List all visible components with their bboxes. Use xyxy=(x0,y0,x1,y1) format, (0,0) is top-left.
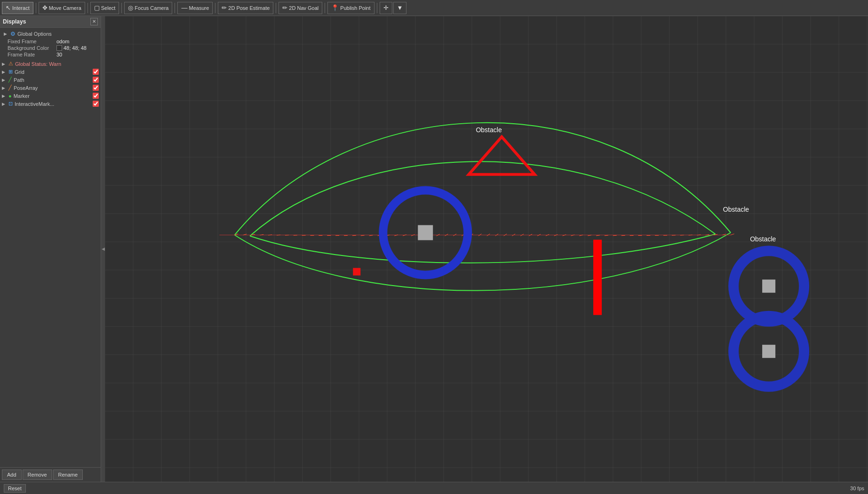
toolbar-sep-4 xyxy=(175,3,175,13)
toolbar-sep-8 xyxy=(377,3,377,13)
interactive-mark-label: InteractiveMark... xyxy=(15,101,91,107)
global-options-label: Global Options xyxy=(17,31,97,37)
path-item[interactable]: ▶ ╱ Path xyxy=(0,76,101,84)
rename-button[interactable]: Rename xyxy=(53,470,83,480)
background-color-value[interactable]: 48; 48; 48 xyxy=(56,45,87,51)
scene-canvas[interactable] xyxy=(105,16,868,482)
publish-point-icon: 📍 xyxy=(331,4,339,11)
focus-camera-label: Focus Camera xyxy=(135,5,168,11)
toolbar-sep-6 xyxy=(276,3,276,13)
frame-rate-value[interactable]: 30 xyxy=(56,52,62,57)
marker-label: Marker xyxy=(14,93,91,99)
crosshair-button[interactable]: ✛ xyxy=(380,2,392,14)
2d-nav-button[interactable]: ✏ 2D Nav Goal xyxy=(279,2,322,14)
frame-rate-label: Frame Rate xyxy=(8,52,55,57)
marker-arrow: ▶ xyxy=(2,94,7,98)
sidebar-content: ▶ ⚙ Global Options Fixed Frame odom Back… xyxy=(0,28,101,467)
interactive-mark-arrow: ▶ xyxy=(2,102,7,106)
publish-point-button[interactable]: 📍 Publish Point xyxy=(327,2,374,14)
global-status-arrow: ▶ xyxy=(2,62,7,66)
fixed-frame-row: Fixed Frame odom xyxy=(2,38,99,45)
toolbar-sep-1 xyxy=(36,3,36,13)
focus-camera-button[interactable]: ◎ Focus Camera xyxy=(124,2,172,14)
background-color-text: 48; 48; 48 xyxy=(64,45,87,51)
move-camera-button[interactable]: ✥ Move Camera xyxy=(39,2,85,14)
select-icon: ▢ xyxy=(94,4,100,11)
grid-label: Grid xyxy=(15,69,91,75)
crosshair-icon: ✛ xyxy=(383,4,389,11)
toolbar-sep-5 xyxy=(215,3,215,13)
remove-button[interactable]: Remove xyxy=(23,470,52,480)
path-checkbox[interactable] xyxy=(93,77,99,83)
canvas-area[interactable] xyxy=(105,16,868,482)
reset-button[interactable]: Reset xyxy=(4,484,26,493)
focus-camera-icon: ◎ xyxy=(128,4,133,11)
sidebar-buttons: Add Remove Rename xyxy=(0,467,101,482)
global-options-header[interactable]: ▶ ⚙ Global Options xyxy=(2,30,99,38)
toolbar-sep-2 xyxy=(88,3,88,13)
sidebar-header: Displays ✕ xyxy=(0,16,101,28)
measure-button[interactable]: — Measure xyxy=(177,2,213,14)
pose-array-arrow: ▶ xyxy=(2,86,7,90)
pose-array-item[interactable]: ▶ ╱ PoseArray xyxy=(0,84,101,92)
interact-button[interactable]: ↖ Interact xyxy=(2,2,33,14)
interactive-mark-item[interactable]: ▶ ⊡ InteractiveMark... xyxy=(0,100,101,108)
2d-pose-icon: ✏ xyxy=(222,4,227,11)
global-options-section: ▶ ⚙ Global Options Fixed Frame odom Back… xyxy=(0,29,101,60)
global-status-icon: ⚠ xyxy=(8,61,13,67)
grid-icon: ⊞ xyxy=(8,69,13,75)
pose-array-icon: ╱ xyxy=(8,85,12,91)
sidebar-close-button[interactable]: ✕ xyxy=(90,18,98,25)
publish-point-label: Publish Point xyxy=(340,5,370,11)
extra-button[interactable]: ▼ xyxy=(393,2,407,14)
collapse-handle[interactable]: ◀ xyxy=(101,16,105,482)
2d-pose-label: 2D Pose Estimate xyxy=(228,5,270,11)
toolbar-sep-7 xyxy=(325,3,325,13)
add-button[interactable]: Add xyxy=(2,470,22,480)
path-label: Path xyxy=(14,77,91,83)
move-camera-icon: ✥ xyxy=(42,4,48,11)
marker-checkbox[interactable] xyxy=(93,93,99,99)
statusbar: Reset 30 fps xyxy=(0,482,868,494)
global-status-item[interactable]: ▶ ⚠ Global Status: Warn xyxy=(0,60,101,68)
grid-checkbox[interactable] xyxy=(93,69,99,75)
measure-label: Measure xyxy=(189,5,209,11)
marker-item[interactable]: ▶ ● Marker xyxy=(0,92,101,100)
toolbar-sep-3 xyxy=(121,3,122,13)
interactive-mark-icon: ⊡ xyxy=(8,101,13,107)
global-status-label: Global Status: Warn xyxy=(15,61,99,67)
global-options-arrow: ▶ xyxy=(4,32,8,36)
fixed-frame-value[interactable]: odom xyxy=(56,39,70,44)
grid-item[interactable]: ▶ ⊞ Grid xyxy=(0,68,101,76)
2d-nav-icon: ✏ xyxy=(282,4,287,11)
fixed-frame-label: Fixed Frame xyxy=(8,39,55,44)
path-arrow: ▶ xyxy=(2,78,7,82)
background-color-label: Background Color xyxy=(8,45,55,51)
toolbar: ↖ Interact ✥ Move Camera ▢ Select ◎ Focu… xyxy=(0,0,868,16)
interact-icon: ↖ xyxy=(6,4,11,11)
path-icon: ╱ xyxy=(8,77,12,83)
displays-title: Displays xyxy=(3,18,26,25)
global-options-icon: ⚙ xyxy=(10,31,16,37)
select-button[interactable]: ▢ Select xyxy=(90,2,119,14)
select-label: Select xyxy=(101,5,116,11)
frame-rate-row: Frame Rate 30 xyxy=(2,51,99,58)
pose-array-label: PoseArray xyxy=(14,85,91,91)
marker-icon: ● xyxy=(8,93,12,99)
2d-pose-button[interactable]: ✏ 2D Pose Estimate xyxy=(218,2,273,14)
main-area: Displays ✕ ▶ ⚙ Global Options Fixed Fram… xyxy=(0,16,868,482)
2d-nav-label: 2D Nav Goal xyxy=(289,5,319,11)
background-color-row: Background Color 48; 48; 48 xyxy=(2,45,99,51)
grid-arrow: ▶ xyxy=(2,70,7,74)
move-camera-label: Move Camera xyxy=(49,5,81,11)
pose-array-checkbox[interactable] xyxy=(93,85,99,91)
interact-label: Interact xyxy=(12,5,30,11)
interactive-mark-checkbox[interactable] xyxy=(93,101,99,107)
sidebar: Displays ✕ ▶ ⚙ Global Options Fixed Fram… xyxy=(0,16,101,482)
extra-icon: ▼ xyxy=(397,4,403,11)
fps-display: 30 fps xyxy=(850,486,864,491)
color-swatch xyxy=(56,45,62,51)
measure-icon: — xyxy=(181,4,187,11)
